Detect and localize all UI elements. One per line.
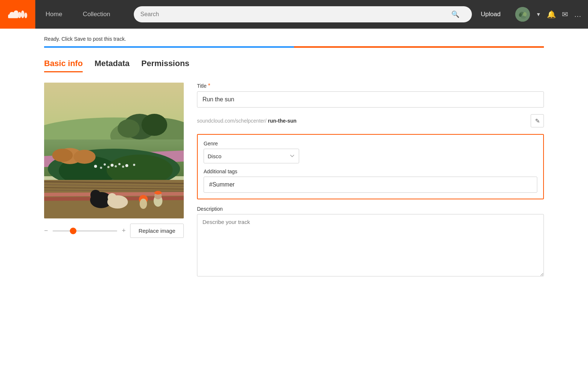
tags-group: Additional tags <box>204 169 537 193</box>
svg-point-29 <box>122 166 124 168</box>
messages-icon[interactable]: ✉ <box>562 10 568 19</box>
tab-metadata[interactable]: Metadata <box>94 59 129 72</box>
tab-bar: Basic info Metadata Permissions <box>0 48 588 72</box>
svg-point-38 <box>90 190 101 200</box>
title-input[interactable] <box>197 91 544 108</box>
search-input[interactable] <box>134 6 472 22</box>
description-group: Description <box>197 206 544 278</box>
avatar[interactable] <box>515 7 530 22</box>
svg-point-21 <box>104 163 106 166</box>
fields-section: Title * soundcloud.com/schelpcenter/ run… <box>197 83 544 285</box>
image-controls: − + Replace image <box>44 224 184 238</box>
main-content: Ready. Click Save to post this track. Ba… <box>0 29 588 373</box>
svg-point-7 <box>521 16 526 19</box>
more-options-icon[interactable]: … <box>574 10 582 19</box>
nav-collection[interactable]: Collection <box>72 0 121 29</box>
tags-label: Additional tags <box>204 169 537 174</box>
svg-point-14 <box>118 119 140 138</box>
svg-point-25 <box>133 164 135 166</box>
progress-filled <box>44 46 294 48</box>
genre-group: Genre Disco Electronic Pop Rock Hip Hop … <box>204 141 537 163</box>
title-group: Title * <box>197 83 544 108</box>
avatar-chevron-icon[interactable]: ▼ <box>536 11 541 17</box>
svg-point-23 <box>118 163 121 165</box>
svg-point-26 <box>100 167 102 169</box>
svg-point-20 <box>94 165 97 168</box>
tags-input[interactable] <box>204 177 537 193</box>
svg-point-24 <box>125 164 128 167</box>
svg-point-0 <box>18 12 21 18</box>
track-image <box>44 83 184 218</box>
svg-point-2 <box>24 12 27 18</box>
description-label: Description <box>197 206 544 212</box>
url-row: soundcloud.com/schelpcenter/ run-the-sun… <box>197 114 544 127</box>
svg-point-47 <box>52 149 73 162</box>
status-message: Ready. Click Save to post this track. <box>44 36 126 42</box>
svg-point-28 <box>115 165 117 167</box>
notification-icon[interactable]: 🔔 <box>547 10 556 19</box>
navbar-right: ▼ 🔔 ✉ … <box>509 7 588 22</box>
svg-point-13 <box>141 114 167 136</box>
svg-point-27 <box>107 166 110 168</box>
genre-select[interactable]: Disco Electronic Pop Rock Hip Hop Jazz C… <box>204 149 299 163</box>
tab-basic-info[interactable]: Basic info <box>44 59 83 72</box>
svg-point-40 <box>108 193 116 202</box>
tab-permissions[interactable]: Permissions <box>141 59 190 72</box>
svg-point-42 <box>140 199 147 209</box>
search-icon: 🔍 <box>451 10 459 18</box>
zoom-slider[interactable] <box>53 230 118 232</box>
form-area: − + Replace image Title * soundcloud.com… <box>0 83 588 299</box>
progress-empty <box>294 46 544 48</box>
image-section: − + Replace image <box>44 83 184 285</box>
genre-label: Genre <box>204 141 537 146</box>
soundcloud-logo-icon <box>8 9 27 19</box>
avatar-image <box>515 7 530 22</box>
zoom-plus-button[interactable]: + <box>122 227 126 235</box>
search-container: 🔍 <box>127 6 465 22</box>
url-slug: run-the-sun <box>268 118 297 124</box>
zoom-minus-button[interactable]: − <box>44 227 48 235</box>
required-star: * <box>208 83 210 89</box>
navbar: Home Collection 🔍 Upload ▼ 🔔 ✉ … <box>0 0 588 29</box>
status-bar: Ready. Click Save to post this track. <box>0 29 588 42</box>
nav-links: Home Collection <box>35 0 121 29</box>
logo[interactable] <box>0 0 35 29</box>
replace-image-button[interactable]: Replace image <box>130 224 184 238</box>
nav-home[interactable]: Home <box>35 0 72 29</box>
svg-point-48 <box>74 150 96 164</box>
svg-point-1 <box>21 11 24 18</box>
description-textarea[interactable] <box>197 214 544 276</box>
track-artwork <box>44 83 184 218</box>
svg-point-45 <box>154 191 162 195</box>
title-label: Title * <box>197 83 544 89</box>
url-prefix: soundcloud.com/schelpcenter/ run-the-sun <box>197 118 527 124</box>
edit-url-button[interactable]: ✎ <box>531 114 544 127</box>
genre-tags-box: Genre Disco Electronic Pop Rock Hip Hop … <box>197 134 544 199</box>
upload-button[interactable]: Upload <box>472 0 509 29</box>
svg-point-22 <box>111 164 114 167</box>
